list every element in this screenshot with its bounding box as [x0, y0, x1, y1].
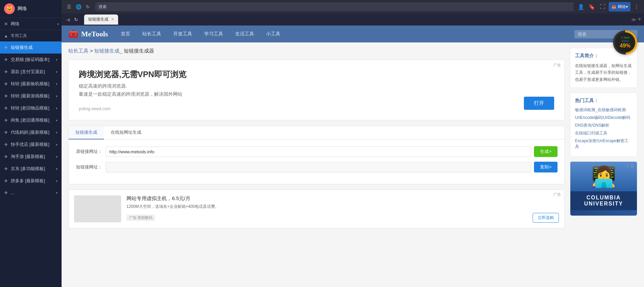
- chevron-down-icon-7: ▾: [56, 143, 58, 147]
- sidebar-header: 🐱 网络: [0, 0, 62, 18]
- browser-globe-btn[interactable]: 🌐: [74, 2, 83, 11]
- tool-body: 原链接网址： 生成> 短链接网址： 复制>: [69, 139, 564, 184]
- new-tab-icon[interactable]: +: [638, 16, 641, 23]
- ad-label: 广告: [553, 63, 561, 68]
- sidebar-item-10[interactable]: ✈ 拼多多 [最新模板] ▾: [0, 175, 62, 187]
- original-url-label: 原链接网址：: [75, 149, 102, 155]
- hot-tool-link-2[interactable]: DNS查询/DNS解析: [575, 123, 632, 128]
- speed-down: 15K/s: [621, 39, 629, 43]
- nav-link-生活工具[interactable]: 生活工具: [232, 30, 257, 38]
- tab-back-btn[interactable]: ◀: [64, 15, 72, 24]
- item-label-0: 交易猫 [验证码版本]: [11, 57, 56, 63]
- close-icon: ✕: [4, 21, 8, 27]
- intro-desc: 在线短链接生成器，短网址生成工具，生成易于分享的短链接，也易于形成更多网站外链。: [575, 62, 632, 83]
- ad-title: 跨境浏览器,无需VPN即可浏览: [79, 69, 554, 80]
- bookmark-icon[interactable]: 🔖: [587, 2, 597, 11]
- tab-list-icon[interactable]: ≫: [631, 17, 636, 22]
- nav-link-开发工具[interactable]: 开发工具: [171, 30, 195, 38]
- hot-tool-link-3[interactable]: 在线端口扫描工具: [575, 130, 632, 136]
- ad-open-btn[interactable]: 打开: [524, 97, 554, 110]
- speed-percent: 49%: [620, 43, 631, 49]
- bottom-ad-btn[interactable]: 立即选购: [533, 213, 559, 223]
- tool-tabs: 短链接生成 在线短网址生成: [69, 126, 564, 139]
- sidebar-item-4[interactable]: ✈ 转转 [老旧物品模板] ▾: [0, 102, 62, 114]
- tool-tab-short-url[interactable]: 在线短网址生成: [104, 126, 148, 139]
- short-url-row: 短链接网址： 复制>: [75, 162, 558, 172]
- chevron-down-icon-2: ▾: [56, 82, 58, 86]
- tool-tab-short-link[interactable]: 短链接生成: [69, 126, 104, 139]
- original-url-input[interactable]: [106, 147, 531, 157]
- nav-link-学习工具[interactable]: 学习工具: [202, 30, 226, 38]
- sidebar-item-8[interactable]: ✈ 淘手游 [最新模板] ▾: [0, 151, 62, 163]
- item-icon-5: ✈: [4, 118, 8, 123]
- hot-tool-link-1[interactable]: UrlEncode编码/UrlDecode解码: [575, 115, 632, 121]
- sidebar-item-1[interactable]: ✈ 退款 [支付宝退款] ▾: [0, 66, 62, 78]
- logo-text: MeTools: [81, 30, 108, 38]
- chevron-down-icon-6: ▾: [56, 131, 58, 134]
- chevron-down-icon-8: ▾: [56, 155, 58, 159]
- more-options-btn[interactable]: ⋮: [632, 2, 641, 11]
- hot-tools-card: 热门工具： 敏感词检测_在线敏感词检测UrlEncode编码/UrlDecode…: [570, 93, 637, 157]
- sidebar-item-5[interactable]: ✈ 闲鱼 [老旧通用模板] ▾: [0, 114, 62, 126]
- active-item-icon: ✈: [4, 45, 8, 50]
- sidebar-items-list: ✈ 交易猫 [验证码版本] ▾ ✈ 退款 [支付宝退款] ▾ ✈ 转转 [最新验…: [0, 54, 62, 198]
- item-label-1: 退款 [支付宝退款]: [11, 69, 56, 75]
- item-label-6: 代练妈妈 [最新模板]: [11, 129, 56, 135]
- item-label-3: 转转 [最新游戏模板]: [11, 93, 56, 99]
- copy-btn[interactable]: 复制>: [534, 162, 558, 172]
- sidebar-item-3[interactable]: ✈ 转转 [最新游戏模板] ▾: [0, 90, 62, 102]
- tabbar-end: ≫ +: [631, 16, 641, 23]
- account-icon: 🦊: [611, 4, 616, 9]
- item-icon-3: ✈: [4, 93, 8, 99]
- sidebar-item-network[interactable]: ✕ 网络 ▾: [0, 18, 62, 30]
- network-group: ✕ 网络 ▾: [0, 18, 62, 30]
- sidebar-item-active[interactable]: ✈ 短链接生成: [0, 41, 62, 54]
- fullscreen-icon[interactable]: ⛶: [598, 2, 607, 11]
- sidebar-item-7[interactable]: ✈ 快手优店 [最新模板] ▾: [0, 138, 62, 151]
- generate-btn[interactable]: 生成>: [534, 146, 558, 157]
- item-label-10: 拼多多 [最新模板]: [11, 178, 56, 184]
- chevron-down-icon-10: ▾: [56, 179, 58, 183]
- browser-search-bar[interactable]: 搜索: [95, 2, 574, 11]
- nav-link-站长工具[interactable]: 站长工具: [140, 30, 164, 38]
- tab-close-btn[interactable]: ✕: [111, 17, 114, 22]
- sidebar-item-2[interactable]: ✈ 转转 [最新验机模板] ▾: [0, 78, 62, 90]
- nav-link-首页[interactable]: 首页: [118, 30, 133, 38]
- sidebar-item-6[interactable]: ✈ 代练妈妈 [最新模板] ▾: [0, 126, 62, 138]
- logo-icon: 🧰: [68, 29, 78, 39]
- sidebar-title: 网络: [17, 6, 27, 12]
- bottom-ad-label: 广告: [553, 192, 561, 197]
- browser-refresh-btn[interactable]: ↻: [83, 2, 93, 11]
- tab-short-link[interactable]: 短链接生成 ✕: [84, 14, 118, 25]
- item-icon-9: ✈: [4, 166, 8, 171]
- tab-forward-btn[interactable]: ↻: [72, 15, 80, 24]
- item-label-5: 闲鱼 [老旧通用模板]: [11, 117, 56, 123]
- bottom-ad-footer: 广告 西部数码 立即选购: [127, 213, 559, 223]
- section-icon: ▲: [4, 34, 8, 38]
- bottom-ad: 广告 网站专用虚拟主机，6.5元/月 1200M大空间，送域名+企业邮箱+400…: [68, 190, 565, 228]
- item-icon-4: ✈: [4, 105, 8, 111]
- breadcrumb-separator: >: [90, 48, 94, 54]
- breadcrumb-part1[interactable]: 站长工具: [68, 48, 88, 54]
- short-url-input[interactable]: [106, 162, 531, 172]
- profile-icon[interactable]: 👤: [576, 2, 586, 11]
- breadcrumb-part3: 短链接生成器: [124, 48, 154, 54]
- chevron-down-icon: ▾: [57, 22, 59, 26]
- sidebar-section-common[interactable]: ▲ 常用工具: [0, 30, 62, 41]
- original-url-row: 原链接网址： 生成>: [75, 146, 558, 157]
- page-sidebar: 工具简介： 在线短链接生成器，短网址生成工具，生成易于分享的短链接，也易于形成更…: [570, 48, 637, 228]
- sidebar-item-9[interactable]: ✈ 京东 [多功能模板] ▾: [0, 163, 62, 175]
- hot-tool-link-0[interactable]: 敏感词检测_在线敏感词检测: [575, 107, 632, 113]
- nav-link-小工具[interactable]: 小工具: [263, 30, 283, 38]
- chevron-down-icon-1: ▾: [56, 70, 58, 74]
- item-label-11: ...: [11, 190, 56, 195]
- sidebar-item-0[interactable]: ✈ 交易猫 [验证码版本] ▾: [0, 54, 62, 66]
- sidebar-item-11[interactable]: ✈ ... ▾: [0, 187, 62, 198]
- columbia-ad: 广告 👩‍💻 COLUMBIA UNIVERSITY: [570, 161, 637, 216]
- bottom-ad-desc: 1200M大空间，送域名+企业邮箱+400电话及话费。: [127, 204, 559, 210]
- sidebar-toggle-btn[interactable]: ☰: [64, 2, 74, 11]
- hot-tool-link-4[interactable]: Escape加密/UnEscape解密工具: [575, 138, 632, 150]
- ad-subtitle: 稳定高速的跨境浏览器.: [79, 83, 554, 89]
- user-account-btn[interactable]: 🦊 网络 ▾: [609, 2, 631, 11]
- browser-topbar: ☰ 🌐 ↻ 搜索 👤 🔖 ⛶ 🦊 网络 ▾ ⋮: [62, 0, 644, 13]
